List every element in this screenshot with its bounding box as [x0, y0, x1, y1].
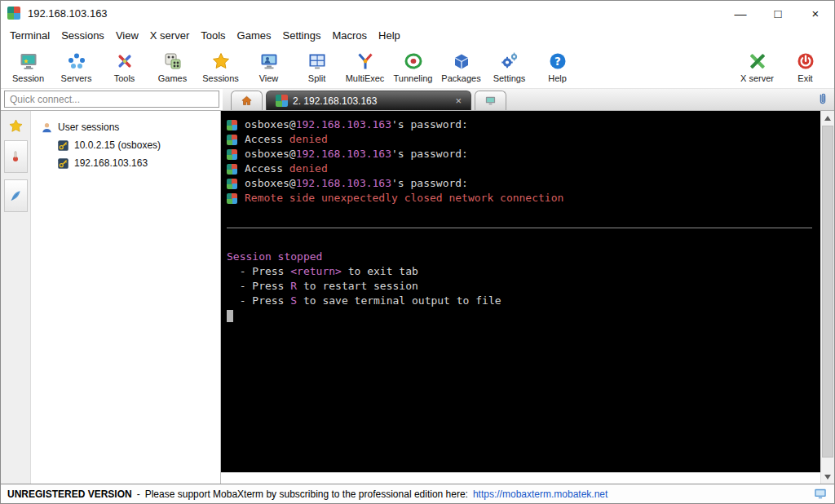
minimize-button[interactable]: —: [722, 1, 759, 25]
tree-root-user-sessions[interactable]: User sessions: [31, 118, 220, 136]
terminal-text: to save terminal output to file: [297, 294, 501, 308]
terminal-scrollbar[interactable]: [820, 111, 834, 484]
toolbar-session[interactable]: Session: [4, 46, 52, 88]
toolbar-label: Split: [308, 73, 325, 83]
menu-item-sessions[interactable]: Sessions: [55, 27, 110, 44]
toolbar-label: Session: [12, 73, 44, 83]
toolbar-label: Games: [158, 73, 187, 83]
unregistered-version-label: UNREGISTERED VERSION: [7, 489, 132, 500]
terminal-line: Access denied: [227, 132, 820, 147]
window-controls: — □ ×: [722, 1, 834, 25]
toolbar-label: Exit: [797, 73, 812, 83]
ssh-key-icon: [57, 139, 69, 152]
toolbar-left: SessionServersToolsGamesSessionsViewSpli…: [4, 46, 581, 88]
menu-item-x-server[interactable]: X server: [144, 27, 195, 44]
terminal-text: 's password:: [391, 147, 468, 161]
toolbar-right: X serverExit: [733, 46, 829, 88]
menu-item-view[interactable]: View: [110, 27, 144, 44]
terminal-text: - Press: [227, 294, 290, 308]
terminal[interactable]: osboxes@192.168.103.163's password:Acces…: [221, 111, 820, 472]
terminal-line: - Press S to save terminal output to fil…: [227, 294, 820, 308]
statusbar-link[interactable]: https://mobaxterm.mobatek.net: [473, 489, 607, 500]
mobaxterm-line-icon: [227, 120, 237, 130]
toolbar-x-server[interactable]: X server: [733, 46, 781, 88]
menu-item-help[interactable]: Help: [373, 27, 406, 44]
favorites-star-icon[interactable]: [8, 118, 24, 134]
toolbar-multiexec[interactable]: MultiExec: [341, 46, 389, 88]
sidebar-strip: [1, 111, 31, 484]
tree-item-label: 192.168.103.163: [74, 157, 148, 169]
toolbar-games[interactable]: Games: [148, 46, 197, 88]
tree-item-192.168.103.163[interactable]: 192.168.103.163: [31, 154, 220, 172]
terminal-text: Access: [245, 132, 289, 147]
titlebar: 192.168.103.163 — □ ×: [1, 1, 834, 25]
user-icon: [41, 122, 53, 134]
split-icon: [307, 51, 327, 71]
tree-item-10.0.2.15-osboxes-[interactable]: 10.0.2.15 (osboxes): [31, 136, 220, 154]
menu-item-settings[interactable]: Settings: [277, 27, 327, 44]
toolbar-exit[interactable]: Exit: [781, 46, 829, 88]
toolbar-tools[interactable]: Tools: [100, 46, 148, 88]
sidebar-macros-button[interactable]: [4, 179, 28, 212]
toolbar-label: Tools: [114, 73, 135, 83]
pin-icon: [9, 150, 22, 163]
tab-active-session[interactable]: 2. 192.168.103.163 ×: [266, 91, 471, 110]
svg-text:?: ?: [554, 55, 561, 68]
terminal-text: Access: [245, 161, 289, 176]
sidebar-tools-button[interactable]: [4, 140, 28, 173]
maximize-button[interactable]: □: [759, 1, 797, 25]
terminal-text: to restart session: [297, 279, 418, 294]
mobaxterm-line-icon: [227, 179, 237, 189]
terminal-text: 's password:: [391, 117, 468, 132]
terminal-line: [227, 308, 820, 323]
tabbar: 2. 192.168.103.163 ×: [223, 89, 834, 110]
quick-connect-input[interactable]: [4, 91, 219, 108]
games-icon: [163, 51, 183, 71]
terminal-text: denied: [289, 161, 328, 176]
main-area: User sessions10.0.2.15 (osboxes)192.168.…: [1, 111, 834, 484]
tab-new[interactable]: [475, 91, 506, 110]
statusbar: UNREGISTERED VERSION - Please support Mo…: [1, 484, 834, 503]
tree-item-label: 10.0.2.15 (osboxes): [74, 139, 161, 151]
toolbar-tunneling[interactable]: Tunneling: [389, 46, 437, 88]
terminal-line: - Press <return> to exit tab: [227, 264, 820, 279]
close-button[interactable]: ×: [797, 1, 834, 25]
monitor-icon[interactable]: [813, 487, 828, 501]
mobaxterm-line-icon: [227, 149, 237, 160]
packages-icon: [452, 51, 471, 71]
tree-root-label: User sessions: [58, 122, 119, 133]
menu-item-macros[interactable]: Macros: [326, 27, 373, 44]
toolbar-servers[interactable]: Servers: [52, 46, 100, 88]
sidebar: User sessions10.0.2.15 (osboxes)192.168.…: [1, 111, 221, 484]
help-icon: ?: [548, 51, 568, 71]
tab-home[interactable]: [231, 91, 263, 110]
toolbar-sessions[interactable]: Sessions: [197, 46, 245, 88]
paperclip-icon[interactable]: [815, 92, 830, 107]
statusbar-message: Please support MobaXterm by subscribing …: [145, 489, 468, 500]
tab-close-icon[interactable]: ×: [442, 95, 462, 107]
quill-icon: [9, 189, 22, 202]
window-title: 192.168.103.163: [28, 7, 108, 20]
terminal-text: osboxes@: [245, 147, 296, 161]
terminal-line: - Press R to restart session: [227, 279, 820, 294]
toolbar-settings[interactable]: Settings: [485, 46, 533, 88]
settings-icon: [500, 51, 519, 71]
terminal-text: osboxes@: [245, 176, 296, 191]
scrollbar-thumb[interactable]: [822, 126, 833, 458]
terminal-text: denied: [289, 132, 328, 147]
scroll-up-arrow[interactable]: [821, 111, 834, 125]
terminal-line: Access denied: [227, 161, 820, 176]
terminal-bottom-strip: [221, 472, 820, 484]
toolbar-split[interactable]: Split: [293, 46, 341, 88]
terminal-column: osboxes@192.168.103.163's password:Acces…: [221, 111, 820, 484]
menu-item-tools[interactable]: Tools: [195, 27, 231, 44]
menu-item-games[interactable]: Games: [232, 27, 277, 44]
terminal-text: - Press: [227, 279, 290, 294]
menu-item-terminal[interactable]: Terminal: [4, 27, 55, 44]
scroll-down-arrow[interactable]: [821, 470, 834, 484]
toolbar-view[interactable]: View: [245, 46, 293, 88]
multiexec-icon: [356, 51, 375, 71]
statusbar-separator: -: [137, 489, 140, 500]
toolbar-help[interactable]: ?Help: [533, 46, 581, 88]
toolbar-packages[interactable]: Packages: [437, 46, 485, 88]
